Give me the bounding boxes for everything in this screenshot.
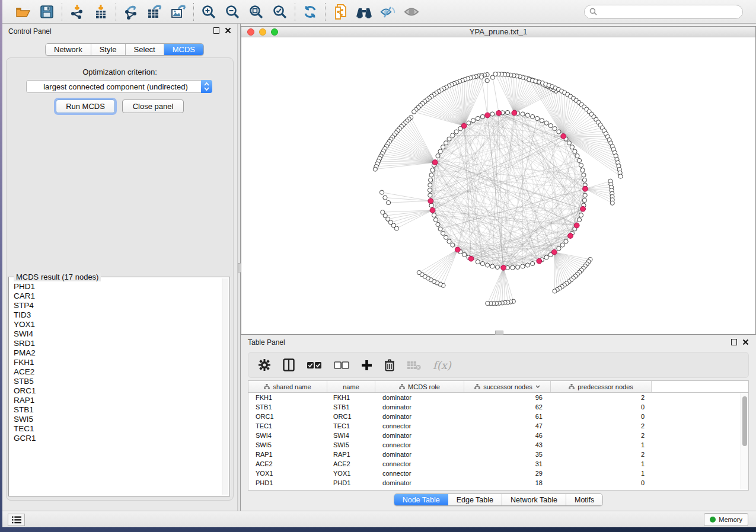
float-panel-icon[interactable]	[213, 27, 219, 34]
table-row[interactable]: YOX1 YOX1 connector 29 1	[248, 469, 748, 478]
table-row[interactable]: ORC1 ORC1 dominator 61 0	[248, 412, 748, 421]
export-table-button[interactable]	[146, 4, 164, 20]
table-row[interactable]: TEC1 TEC1 connector 47 2	[248, 421, 748, 431]
apply-function-button[interactable]: f(x)	[433, 356, 451, 374]
header-filler	[652, 381, 748, 392]
mcds-list-scrollbar[interactable]	[222, 278, 228, 495]
tab-edge-table[interactable]: Edge Table	[448, 494, 502, 505]
zoom-fit-icon	[248, 4, 264, 20]
tab-style[interactable]: Style	[91, 44, 126, 55]
list-item[interactable]: YOX1	[14, 320, 221, 329]
list-item[interactable]: CAR1	[14, 291, 221, 301]
list-item[interactable]: STB5	[14, 377, 221, 386]
list-item[interactable]: SWI4	[14, 329, 221, 339]
list-item[interactable]: FKH1	[14, 358, 221, 367]
list-item[interactable]: STB1	[14, 405, 221, 415]
close-panel-icon[interactable]	[225, 27, 231, 34]
memory-button[interactable]: Memory	[704, 513, 748, 526]
export-image-icon	[170, 4, 187, 20]
import-table-button[interactable]	[92, 4, 110, 20]
tab-select[interactable]: Select	[126, 44, 164, 55]
tab-node-table[interactable]: Node Table	[394, 494, 448, 505]
column-header-successor-nodes[interactable]: successor nodes	[464, 381, 551, 392]
delete-table-button[interactable]	[407, 356, 421, 374]
list-item[interactable]: TEC1	[14, 424, 221, 434]
table-row[interactable]: SWI5 SWI5 connector 43 1	[248, 440, 748, 450]
document-share-icon	[333, 4, 348, 20]
criterion-dropdown[interactable]: largest connected component (undirected)	[26, 80, 212, 93]
column-header-mcds-role[interactable]: MCDS role	[375, 381, 464, 392]
table-row[interactable]: SWI4 SWI4 dominator 46 2	[248, 431, 748, 440]
tab-network[interactable]: Network	[46, 44, 91, 55]
list-item[interactable]: ACE2	[14, 367, 221, 377]
deselect-all-rows-button[interactable]	[334, 356, 349, 374]
column-header-predecessor-nodes[interactable]: predecessor nodes	[551, 381, 652, 392]
close-panel-button[interactable]: Close panel	[122, 100, 184, 113]
hide-selected-button[interactable]	[379, 4, 397, 20]
list-item[interactable]: ORC1	[14, 386, 221, 396]
zoom-selected-icon	[272, 4, 288, 20]
open-session-button[interactable]	[14, 4, 32, 20]
table-panel-title: Table Panel	[248, 338, 285, 347]
scrollbar-thumb[interactable]	[742, 396, 747, 446]
show-hidden-button[interactable]	[403, 4, 420, 20]
add-column-button[interactable]	[361, 356, 372, 374]
list-item[interactable]: SRD1	[14, 339, 221, 348]
memory-label: Memory	[719, 516, 742, 523]
delete-column-button[interactable]	[384, 356, 395, 374]
zoom-out-button[interactable]	[224, 4, 241, 20]
table-row[interactable]: RAP1 RAP1 dominator 35 2	[248, 450, 748, 459]
table-settings-button[interactable]	[258, 356, 271, 374]
global-search	[584, 5, 743, 19]
float-panel-icon[interactable]	[731, 339, 737, 345]
delete-table-icon	[407, 360, 421, 370]
show-columns-button[interactable]	[283, 356, 295, 374]
table-row[interactable]: ACE2 ACE2 connector 31 1	[248, 459, 748, 469]
export-network-button[interactable]	[122, 4, 140, 20]
close-panel-icon[interactable]	[742, 339, 749, 345]
run-mcds-button[interactable]: Run MCDS	[56, 100, 115, 113]
shared-column-icon	[569, 384, 575, 389]
control-panel: Control Panel Network Style Select MCDS …	[2, 24, 237, 511]
import-network-icon	[69, 4, 85, 20]
import-network-button[interactable]	[68, 4, 86, 20]
list-item[interactable]: PMA2	[14, 348, 221, 358]
tab-motifs[interactable]: Motifs	[566, 494, 602, 505]
column-header-name[interactable]: name	[327, 381, 375, 392]
table-row[interactable]: FKH1 FKH1 dominator 96 2	[248, 393, 748, 402]
table-row[interactable]: PHD1 PHD1 dominator 18 0	[248, 478, 748, 488]
zoom-fit-button[interactable]	[247, 4, 265, 20]
list-item[interactable]: GCR1	[14, 434, 221, 443]
dropdown-stepper-icon	[201, 80, 212, 93]
trash-icon	[384, 359, 395, 371]
network-canvas[interactable]	[241, 37, 755, 334]
list-item[interactable]: PHD1	[14, 282, 221, 291]
network-window-titlebar[interactable]: YPA_prune.txt_1	[241, 27, 755, 37]
search-network-button[interactable]	[355, 4, 373, 20]
network-graph[interactable]	[241, 37, 755, 334]
list-item[interactable]: TID3	[14, 310, 221, 320]
tab-network-table[interactable]: Network Table	[502, 494, 566, 505]
zoom-selected-button[interactable]	[271, 4, 289, 20]
select-all-rows-button[interactable]	[307, 356, 322, 374]
table-row[interactable]: STB1 STB1 dominator 62 0	[248, 402, 748, 412]
gear-icon	[258, 358, 271, 371]
column-header-shared-name[interactable]: shared name	[248, 381, 327, 392]
list-item[interactable]: RAP1	[14, 396, 221, 405]
clone-network-button[interactable]	[331, 4, 349, 20]
mcds-result-list[interactable]: PHD1 CAR1 STP4 TID3 YOX1 SWI4 SRD1 PMA2 …	[11, 282, 221, 494]
save-floppy-icon	[40, 5, 54, 19]
task-history-button[interactable]	[8, 514, 25, 526]
save-session-button[interactable]	[38, 4, 56, 20]
list-item[interactable]: SWI5	[14, 415, 221, 424]
table-scrollbar[interactable]	[741, 393, 748, 489]
search-input[interactable]	[600, 8, 738, 16]
tab-mcds[interactable]: MCDS	[164, 44, 203, 55]
list-item[interactable]: STP4	[14, 301, 221, 310]
zoom-in-button[interactable]	[200, 4, 218, 20]
control-panel-header: Control Panel	[2, 24, 237, 39]
horizontal-splitter-handle[interactable]	[495, 331, 503, 335]
export-image-button[interactable]	[170, 4, 187, 20]
main-toolbar	[2, 0, 756, 24]
apply-layout-button[interactable]	[301, 4, 319, 20]
